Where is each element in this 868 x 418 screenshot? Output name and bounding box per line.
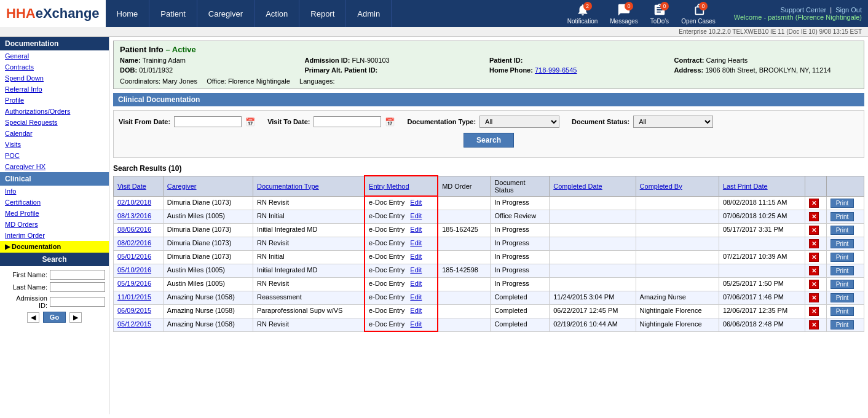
print-button[interactable]: Print bbox=[831, 266, 854, 275]
visit-date-link[interactable]: 05/01/2016 bbox=[117, 253, 151, 260]
delete-button[interactable]: ✕ bbox=[809, 320, 819, 329]
visit-date-link[interactable]: 08/06/2016 bbox=[117, 226, 151, 233]
next-arrow-button[interactable]: ▶ bbox=[69, 312, 82, 323]
edit-link[interactable]: Edit bbox=[410, 293, 422, 301]
visit-date-link[interactable]: 11/01/2015 bbox=[117, 293, 151, 301]
nav-admin[interactable]: Admin bbox=[346, 0, 392, 27]
cell-visit-date: 06/09/2015 bbox=[114, 304, 164, 318]
print-button[interactable]: Print bbox=[831, 239, 854, 248]
nav-home[interactable]: Home bbox=[106, 0, 150, 27]
last-name-input[interactable] bbox=[50, 282, 105, 292]
nav-patient[interactable]: Patient bbox=[149, 0, 197, 27]
sidebar-item-med-profile[interactable]: Med Profile bbox=[0, 208, 109, 219]
delete-button[interactable]: ✕ bbox=[809, 226, 819, 235]
edit-link[interactable]: Edit bbox=[410, 199, 422, 206]
delete-button[interactable]: ✕ bbox=[809, 280, 819, 289]
visit-to-input[interactable] bbox=[314, 116, 381, 127]
open-cases-icon-item[interactable]: 0 Open Cases bbox=[681, 3, 716, 25]
patient-primary-alt-field: Primary Alt. Patient ID: bbox=[305, 66, 489, 74]
sort-last-print-date[interactable]: Last Print Date bbox=[723, 183, 768, 190]
print-button[interactable]: Print bbox=[831, 253, 854, 262]
visit-date-link[interactable]: 08/13/2016 bbox=[117, 212, 151, 219]
cell-delete: ✕ bbox=[805, 250, 826, 264]
go-button[interactable]: Go bbox=[43, 312, 66, 323]
support-center-link[interactable]: Support Center bbox=[780, 6, 826, 14]
table-row: 08/02/2016 Dimuria Diane (1073) RN Revis… bbox=[114, 237, 864, 250]
sidebar-item-calendar[interactable]: Calendar bbox=[0, 128, 109, 139]
print-button[interactable]: Print bbox=[831, 320, 854, 329]
visit-date-link[interactable]: 05/19/2016 bbox=[117, 280, 151, 287]
sort-entry-method[interactable]: Entry Method bbox=[369, 183, 409, 190]
print-button[interactable]: Print bbox=[831, 280, 854, 289]
visit-from-calendar-icon[interactable]: 📅 bbox=[245, 117, 255, 127]
sidebar-item-visits[interactable]: Visits bbox=[0, 139, 109, 150]
cell-entry-method: e-Doc Entry Edit bbox=[365, 210, 438, 223]
messages-icon-item[interactable]: 0 Messages bbox=[610, 3, 638, 25]
cell-caregiver: Dimuria Diane (1073) bbox=[163, 223, 253, 237]
visit-to-calendar-icon[interactable]: 📅 bbox=[385, 117, 395, 127]
delete-button[interactable]: ✕ bbox=[809, 307, 819, 316]
edit-link[interactable]: Edit bbox=[410, 320, 422, 328]
visit-date-link[interactable]: 08/02/2016 bbox=[117, 239, 151, 246]
search-button[interactable]: Search bbox=[464, 133, 514, 148]
nav-report[interactable]: Report bbox=[299, 0, 346, 27]
visit-date-link[interactable]: 06/09/2015 bbox=[117, 307, 151, 314]
visit-date-link[interactable]: 05/12/2015 bbox=[117, 320, 151, 328]
cell-visit-date: 08/06/2016 bbox=[114, 223, 164, 237]
table-row: 05/01/2016 Dimuria Diane (1073) RN Initi… bbox=[114, 250, 864, 264]
delete-button[interactable]: ✕ bbox=[809, 253, 819, 262]
edit-link[interactable]: Edit bbox=[410, 253, 422, 260]
notification-icon-item[interactable]: 2 Notification bbox=[567, 3, 598, 25]
sidebar-item-interim-order[interactable]: Interim Order bbox=[0, 230, 109, 241]
edit-link[interactable]: Edit bbox=[410, 266, 422, 274]
sidebar-item-referral-info[interactable]: Referral Info bbox=[0, 84, 109, 95]
nav-action[interactable]: Action bbox=[254, 0, 299, 27]
print-button[interactable]: Print bbox=[831, 212, 854, 221]
delete-button[interactable]: ✕ bbox=[809, 212, 819, 221]
nav-caregiver[interactable]: Caregiver bbox=[197, 0, 254, 27]
sidebar-item-documentation[interactable]: ▶ Documentation bbox=[0, 241, 109, 253]
delete-button[interactable]: ✕ bbox=[809, 293, 819, 302]
sidebar-item-general[interactable]: General bbox=[0, 50, 109, 61]
sidebar-item-special-requests[interactable]: Special Requests bbox=[0, 117, 109, 128]
sidebar-item-profile[interactable]: Profile bbox=[0, 95, 109, 106]
delete-button[interactable]: ✕ bbox=[809, 199, 819, 208]
sort-visit-date[interactable]: Visit Date bbox=[117, 183, 146, 190]
prev-arrow-button[interactable]: ◀ bbox=[27, 312, 39, 323]
doc-status-select[interactable]: All In Progress Completed Office Review bbox=[633, 116, 713, 128]
sidebar-item-md-orders[interactable]: MD Orders bbox=[0, 219, 109, 230]
sidebar-item-certification[interactable]: Certification bbox=[0, 197, 109, 208]
sort-caregiver[interactable]: Caregiver bbox=[167, 183, 197, 190]
cell-print: Print bbox=[826, 223, 864, 237]
sidebar-item-authorizations[interactable]: Authorizations/Orders bbox=[0, 106, 109, 117]
visit-from-input[interactable] bbox=[174, 116, 242, 127]
sort-completed-by[interactable]: Completed By bbox=[640, 183, 682, 190]
sidebar-item-info[interactable]: Info bbox=[0, 186, 109, 197]
doc-type-select[interactable]: All RN Initial RN Revisit Reassessment I… bbox=[479, 116, 559, 128]
sort-completed-date[interactable]: Completed Date bbox=[553, 183, 602, 190]
edit-link[interactable]: Edit bbox=[410, 212, 422, 219]
sidebar-item-caregiver-hx[interactable]: Caregiver HX bbox=[0, 161, 109, 172]
visit-date-link[interactable]: 02/10/2018 bbox=[117, 199, 151, 206]
delete-button[interactable]: ✕ bbox=[809, 266, 819, 275]
sidebar-item-contracts[interactable]: Contracts bbox=[0, 61, 109, 73]
sidebar-item-poc[interactable]: POC bbox=[0, 150, 109, 161]
edit-link[interactable]: Edit bbox=[410, 307, 422, 314]
edit-link[interactable]: Edit bbox=[410, 239, 422, 246]
sidebar-item-spend-down[interactable]: Spend Down bbox=[0, 73, 109, 84]
print-button[interactable]: Print bbox=[831, 293, 854, 302]
admission-id-input[interactable] bbox=[50, 297, 105, 307]
first-name-input[interactable] bbox=[50, 270, 105, 280]
print-button[interactable]: Print bbox=[831, 307, 854, 316]
sign-out-link[interactable]: Sign Out bbox=[835, 6, 862, 14]
todos-icon-item[interactable]: 0 ToDo's bbox=[650, 3, 669, 25]
cell-doc-type: RN Revisit bbox=[253, 237, 365, 250]
edit-link[interactable]: Edit bbox=[410, 226, 422, 233]
print-button[interactable]: Print bbox=[831, 226, 854, 235]
visit-date-link[interactable]: 05/10/2016 bbox=[117, 266, 151, 274]
edit-link[interactable]: Edit bbox=[410, 280, 422, 287]
home-phone-link[interactable]: 718-999-6545 bbox=[535, 66, 577, 74]
sort-doc-type[interactable]: Documentation Type bbox=[257, 183, 319, 190]
delete-button[interactable]: ✕ bbox=[809, 239, 819, 248]
print-button[interactable]: Print bbox=[831, 199, 854, 208]
